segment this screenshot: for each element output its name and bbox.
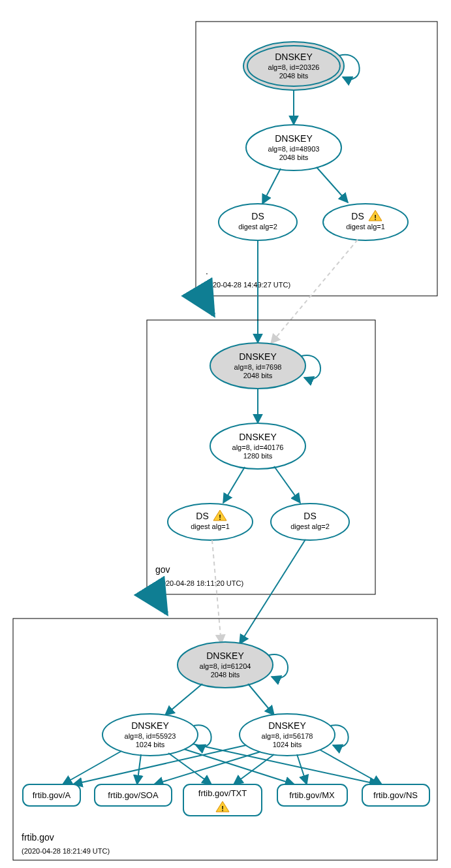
svg-text:1024 bits: 1024 bits [273,741,302,748]
rr-mx[interactable]: frtib.gov/MX [277,784,347,806]
svg-text:!: ! [221,805,224,812]
svg-text:DS: DS [251,211,264,221]
svg-text:alg=8, id=48903: alg=8, id=48903 [268,145,320,153]
node-frtib-zsk2[interactable]: DNSKEY alg=8, id=56178 1024 bits [240,714,335,756]
node-gov-ds2[interactable]: DS digest alg=2 [271,504,349,540]
svg-text:frtib.gov/TXT: frtib.gov/TXT [198,788,247,798]
zone-frtib-time: (2020-04-28 18:21:49 UTC) [22,847,110,855]
svg-text:DNSKEY: DNSKEY [239,432,277,442]
edge-zone-gov-frtib [151,589,166,613]
svg-point-30 [271,504,349,540]
svg-text:!: ! [219,513,221,521]
svg-text:alg=8, id=55923: alg=8, id=55923 [125,732,176,740]
node-root-zsk[interactable]: DNSKEY alg=8, id=48903 2048 bits [246,125,341,170]
edge-govds2-frtibksk [240,539,305,644]
svg-point-10 [219,204,297,240]
svg-text:!: ! [374,214,377,221]
svg-text:frtib.gov/MX: frtib.gov/MX [289,790,335,800]
svg-text:DNSKEY: DNSKEY [131,720,169,731]
svg-text:DNSKEY: DNSKEY [275,52,313,62]
svg-text:alg=8, id=40176: alg=8, id=40176 [232,443,284,451]
svg-text:digest alg=1: digest alg=1 [346,223,385,231]
edge-gov-zsk-ds2 [274,466,300,503]
e-z1-a [63,751,121,784]
rr-txt[interactable]: frtib.gov/TXT ! [183,784,262,816]
svg-text:DNSKEY: DNSKEY [206,651,244,661]
svg-text:DNSKEY: DNSKEY [239,351,277,362]
svg-text:DS: DS [351,211,364,221]
svg-text:frtib.gov/SOA: frtib.gov/SOA [108,790,159,800]
node-root-ds2[interactable]: DS digest alg=2 [219,204,297,240]
svg-text:DNSKEY: DNSKEY [275,133,313,144]
svg-point-13 [323,204,408,240]
svg-text:alg=8, id=61204: alg=8, id=61204 [200,662,251,670]
svg-text:digest alg=2: digest alg=2 [290,522,330,530]
zone-gov-time: (2020-04-28 18:11:20 UTC) [155,579,243,587]
zone-gov-label: gov [155,564,170,575]
e-z2-mx [297,754,307,784]
svg-text:1024 bits: 1024 bits [136,741,165,748]
edge-gov-zsk-ds1 [223,467,245,503]
node-root-ds1[interactable]: DS ! digest alg=1 [323,204,408,240]
svg-text:digest alg=2: digest alg=2 [238,223,277,231]
svg-text:2048 bits: 2048 bits [279,72,309,80]
svg-text:alg=8, id=7698: alg=8, id=7698 [234,363,282,371]
svg-text:1280 bits: 1280 bits [243,452,273,460]
rr-a[interactable]: frtib.gov/A [23,784,80,806]
svg-text:frtib.gov/NS: frtib.gov/NS [373,790,418,800]
svg-text:DS: DS [303,511,316,521]
edge-govds1-frtibksk [212,540,221,644]
node-gov-ds1[interactable]: DS ! digest alg=1 [168,504,253,540]
edge-rootds1-govksk [271,240,358,344]
svg-point-26 [168,504,253,540]
edge-root-zsk-ds2 [262,169,281,204]
edge-root-zsk-ds1 [317,167,348,202]
svg-text:alg=8, id=20326: alg=8, id=20326 [268,63,320,71]
edge-zone-root-gov [199,291,213,315]
svg-text:DS: DS [196,511,208,521]
e-z2-txt [234,754,274,784]
rr-soa[interactable]: frtib.gov/SOA [95,784,172,806]
e-z2-ns [320,750,382,784]
svg-text:digest alg=1: digest alg=1 [191,522,230,530]
node-gov-ksk[interactable]: DNSKEY alg=8, id=7698 2048 bits [210,343,305,389]
zone-root-label: . [206,266,208,276]
rr-ns[interactable]: frtib.gov/NS [362,784,429,806]
svg-text:2048 bits: 2048 bits [243,372,273,379]
node-root-ksk[interactable]: DNSKEY alg=8, id=20326 2048 bits [243,42,344,90]
zone-root-time: (2020-04-28 14:49:27 UTC) [202,281,290,289]
node-frtib-zsk1[interactable]: DNSKEY alg=8, id=55923 1024 bits [102,714,198,756]
zone-frtib-label: frtib.gov [22,832,54,843]
svg-text:2048 bits: 2048 bits [211,671,240,679]
node-frtib-ksk[interactable]: DNSKEY alg=8, id=61204 2048 bits [178,642,273,688]
svg-text:DNSKEY: DNSKEY [268,720,306,731]
edge-frtib-ksk-zsk2 [248,684,274,715]
svg-text:frtib.gov/A: frtib.gov/A [33,790,71,800]
node-gov-zsk[interactable]: DNSKEY alg=8, id=40176 1280 bits [210,423,305,469]
edge-frtib-ksk-zsk1 [165,684,202,715]
svg-text:alg=8, id=56178: alg=8, id=56178 [262,732,313,740]
svg-text:2048 bits: 2048 bits [279,153,309,161]
